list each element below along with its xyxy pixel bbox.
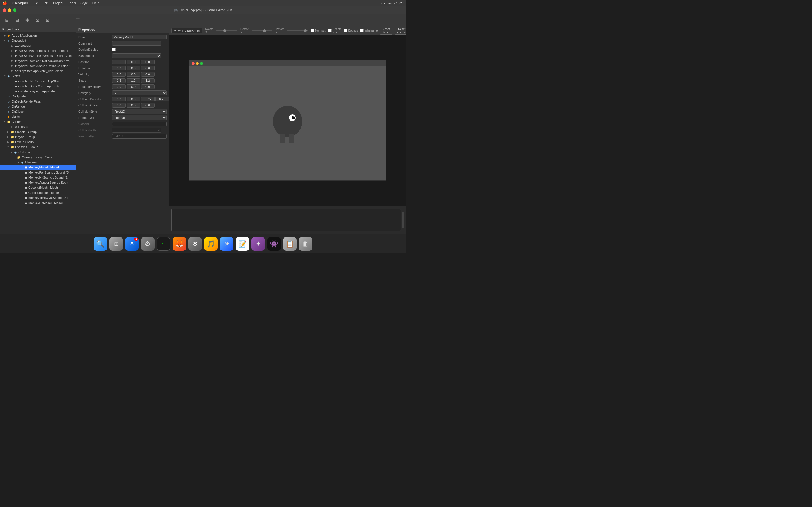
dock-xcode[interactable]: ⚒ [220,237,234,251]
velocity-y-input[interactable] [126,72,140,76]
position-y-input[interactable] [126,60,140,64]
toolbar-icon-3[interactable]: ✚ [23,16,31,24]
tree-item-states[interactable]: ▼ ◈ States [0,73,76,78]
basemodel-select[interactable] [112,53,161,58]
toolbar-icon-5[interactable]: ⊡ [43,16,51,24]
tree-item-content[interactable]: ▼ 📁 Content [0,119,76,124]
dock-launchpad[interactable]: ⊞ [109,237,123,251]
bounds-checkbox[interactable] [344,29,347,33]
viewport-close[interactable] [192,62,195,65]
viewport-minimize[interactable] [196,62,199,65]
comment-input[interactable] [112,41,161,46]
rotate-z-slider[interactable] [287,30,308,31]
comment-dots[interactable]: ··· [163,41,167,46]
velocity-z-input[interactable] [141,72,154,76]
tree-item-setappstate[interactable]: □ SetAppState AppState_TitleScreen [0,68,76,73]
tree-item-playervsenemyshots[interactable]: □ PlayerVsEnemyShots : DefineCollision 4 [0,63,76,68]
velocity-x-input[interactable] [112,72,126,76]
name-input[interactable] [112,35,167,40]
apple-menu[interactable]: 🍎 [2,1,7,5]
tree-item-monkeyhitsound[interactable]: ▣ MonkeyHitSound : Sound "2: [0,175,76,180]
dock-retcon[interactable]: ✦ [252,237,265,251]
menu-project[interactable]: Project [53,1,63,5]
viewer-tab[interactable]: ViewerGITabSheet [171,28,202,33]
reset-camera-button[interactable]: Reset camera [395,27,406,35]
dock-spaceinvaders[interactable]: 👾 [267,237,281,251]
dock-finder[interactable]: 🔍 [94,237,107,251]
updatetime-checkbox[interactable] [328,29,332,33]
tree-item-coconutmesh[interactable]: ▣ CoconutMesh : Mesh [0,185,76,190]
collbounds-y1-input[interactable] [126,97,140,101]
rotation-z-input[interactable] [141,66,154,70]
tree-item-children-monkey[interactable]: ▼ ◈ Children [0,160,76,165]
wireframe-checkbox[interactable] [360,29,364,33]
dock-clipboard[interactable]: 📋 [283,237,297,251]
toolbar-icon-1[interactable]: ⊞ [3,16,11,24]
collbounds-x2-input[interactable] [141,97,154,101]
collbounds-x1-input[interactable] [112,97,126,101]
tree-item-monkeythrownut[interactable]: ▣ MonkeyThrowNutSound : So [0,195,76,200]
toolbar-icon-8[interactable]: ⊤ [74,16,82,24]
tree-item-monkeyhitmodel[interactable]: ▣ MonkeyHitModel : Model [0,200,76,205]
tree-item-appstate-gameover[interactable]: · AppState_GameOver : AppState [0,83,76,89]
tree-item-onloaded[interactable]: ▼ ▷ OnLoaded [0,38,76,43]
tree-item-audiomixer[interactable]: □ AudioMixer [0,124,76,129]
menu-file[interactable]: File [33,1,38,5]
tree-item-playervsshot[interactable]: □ PlayerShotVsEnemies : DefineCollision [0,48,76,53]
reset-time-button[interactable]: Reset time [380,27,392,35]
toolbar-icon-2[interactable]: ⊟ [13,16,21,24]
tree-item-monkeyappearsound[interactable]: ▣ MonkeyAppearSound : Soun [0,180,76,185]
menu-edit[interactable]: Edit [43,1,49,5]
vertical-scrollbar[interactable] [402,212,404,228]
tree-item-playershotsvsshots[interactable]: □ PlayerShotsVsEnemyShots : DefineCollis… [0,53,76,58]
tree-item-globals[interactable]: ▶ 📁 Globals : Group [0,129,76,134]
tree-item-monkeymodel[interactable]: ▣ MonkeyModel : Model [0,165,76,170]
dock-appstore[interactable]: A 8 [125,237,139,251]
dock-scrivener[interactable]: S [188,237,202,251]
tree-item-onclose[interactable]: ▷ OnClose [0,109,76,114]
tree-item-player-group[interactable]: ▶ 📁 Player : Group [0,134,76,139]
tree-item-children-enemies[interactable]: ▼ ◈ Children [0,150,76,155]
menu-help[interactable]: Help [93,1,100,5]
dock-textedit[interactable]: 📝 [236,237,249,251]
scale-y-input[interactable] [126,78,140,83]
tree-item-onrender[interactable]: ▷ OnRender [0,104,76,109]
tree-item-app[interactable]: ▶ ◆ App : ZApplication [0,33,76,38]
normals-checkbox[interactable] [311,29,314,33]
tree-item-monkeyenemy[interactable]: ▼ 📁 MonkeyEnemy : Group [0,155,76,160]
category-select[interactable]: 2 [112,91,167,96]
renderorder-select[interactable]: Normal [112,115,167,120]
toolbar-icon-4[interactable]: ⊠ [33,16,41,24]
tree-item-onbeginrender[interactable]: ▷ OnBeginRenderPass [0,99,76,104]
collstyle-select[interactable]: Rect2D [112,109,167,114]
colloffset-y-input[interactable] [126,103,140,108]
tree-item-level[interactable]: ▶ 📁 Level : Group [0,139,76,145]
scale-x-input[interactable] [112,78,126,83]
viewport-maximize[interactable] [200,62,203,65]
toolbar-icon-7[interactable]: ⊣ [64,16,71,24]
position-x-input[interactable] [112,60,126,64]
tree-item-monkeyfallsound[interactable]: ▣ MonkeyFallSound : Sound "5 [0,170,76,175]
dock-fl[interactable]: 🎵 [204,237,218,251]
colloffset-x-input[interactable] [112,103,126,108]
rotate-y-slider[interactable] [252,30,273,31]
tree-item-lights[interactable]: ◆ Lights [0,114,76,119]
tree-item-enemies[interactable]: ▼ 📁 Enemies : Group [0,145,76,150]
position-z-input[interactable] [141,60,154,64]
menu-style[interactable]: Style [80,1,88,5]
toolbar-icon-6[interactable]: ⊢ [54,16,61,24]
colloffset-z-input[interactable] [141,103,154,108]
tree-item-zexpression[interactable]: □ ZExpression [0,43,76,48]
rotation-x-input[interactable] [112,66,126,70]
rotate-x-slider[interactable] [216,30,237,31]
designdisable-checkbox[interactable] [112,48,116,51]
menu-zdesigner[interactable]: ZDesigner [11,1,28,5]
dock-firefox[interactable]: 🦊 [172,237,186,251]
dock-terminal[interactable]: >_ [157,237,170,251]
dock-trash[interactable]: 🗑 [299,237,312,251]
tree-item-appstate-playing[interactable]: · AppState_Playing : AppState [0,89,76,94]
rotvel-y-input[interactable] [126,84,140,89]
close-button[interactable] [3,8,6,12]
rotvel-z-input[interactable] [141,84,154,89]
maximize-button[interactable] [13,8,16,12]
